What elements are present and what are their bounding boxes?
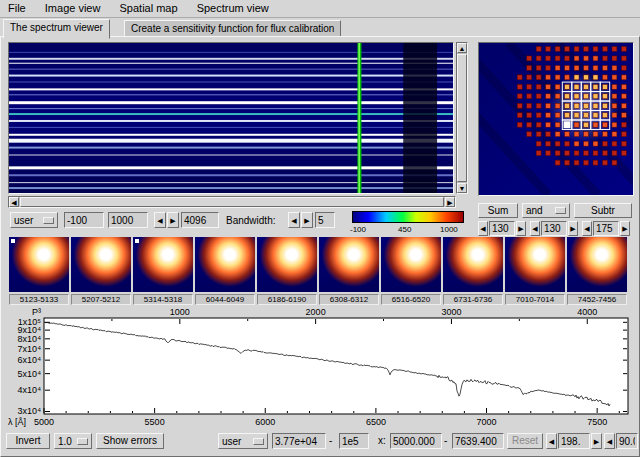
- spin1-decrement-icon[interactable]: ◀: [478, 221, 488, 236]
- y-max-input[interactable]: [339, 433, 369, 449]
- spin-b-decrement-icon[interactable]: ◀: [604, 433, 615, 449]
- spin3-decrement-icon[interactable]: ◀: [582, 221, 592, 236]
- thumbnail-image[interactable]: [257, 237, 317, 292]
- y-min-input[interactable]: [272, 433, 326, 449]
- reset-button[interactable]: Reset: [507, 433, 543, 449]
- svg-text:6x10⁴: 6x10⁴: [18, 355, 42, 365]
- svg-text:1000: 1000: [170, 307, 190, 317]
- bandwidth-increment-icon[interactable]: ▶: [301, 212, 313, 228]
- svg-text:8x10⁴: 8x10⁴: [18, 334, 42, 344]
- thumbnail-image[interactable]: [443, 237, 503, 292]
- thumbnail-image[interactable]: [381, 237, 441, 292]
- sum-button[interactable]: Sum: [478, 203, 518, 218]
- spin1-input[interactable]: [489, 221, 515, 236]
- position-increment-icon[interactable]: ▶: [167, 212, 179, 228]
- x-range-label: x:: [378, 435, 386, 446]
- invert-button[interactable]: Invert: [6, 433, 50, 449]
- colorbar-min-label: -100: [350, 225, 366, 234]
- colorbar-max-label: 1000: [440, 225, 458, 234]
- scroll-up-icon[interactable]: ▲: [457, 43, 467, 53]
- svg-text:3x10⁴: 3x10⁴: [18, 406, 42, 416]
- bandwidth-input[interactable]: [315, 212, 335, 228]
- thumbnail-image[interactable]: [567, 237, 627, 292]
- svg-text:7500: 7500: [587, 417, 607, 427]
- spin-a-decrement-icon[interactable]: ◀: [546, 433, 557, 449]
- scale-mode-dropdown[interactable]: user: [10, 212, 58, 228]
- spectrum-2d-image[interactable]: [8, 42, 454, 194]
- x-min-input[interactable]: [390, 433, 442, 449]
- spin-a-input[interactable]: [558, 433, 590, 449]
- thumbnail-range-label[interactable]: 7010-7014: [505, 294, 565, 305]
- y-range-mode-dropdown[interactable]: user: [218, 433, 268, 449]
- horizontal-scrollbar-thumb[interactable]: [20, 197, 444, 207]
- app-window: File Image view Spatial map Spectrum vie…: [0, 0, 640, 457]
- x-max-input[interactable]: [452, 433, 504, 449]
- scale-min-input[interactable]: [64, 212, 104, 228]
- thumbnail-image[interactable]: [133, 237, 193, 292]
- svg-text:4x10⁴: 4x10⁴: [18, 385, 42, 395]
- y-range-separator: -: [329, 435, 332, 446]
- svg-text:6500: 6500: [366, 417, 386, 427]
- spatial-map-svg: [479, 43, 633, 195]
- thumbnail-range-label[interactable]: 6516-6520: [381, 294, 441, 305]
- thumbnail-image[interactable]: [9, 237, 69, 292]
- spin2-input[interactable]: [541, 221, 567, 236]
- show-errors-button[interactable]: Show errors: [96, 433, 164, 449]
- thumbnail-range-label[interactable]: 6308-6312: [319, 294, 379, 305]
- menu-image-view[interactable]: Image view: [37, 0, 109, 16]
- menu-file[interactable]: File: [0, 0, 34, 16]
- svg-text:2000: 2000: [306, 307, 326, 317]
- vertical-scrollbar-thumb[interactable]: [457, 54, 467, 182]
- thumbnail-image[interactable]: [319, 237, 379, 292]
- thumbnail-image[interactable]: [71, 237, 131, 292]
- thumbnail-range-label[interactable]: 5123-5133: [9, 294, 69, 305]
- thumbnail-range-label[interactable]: 6731-6736: [443, 294, 503, 305]
- spin3-input[interactable]: [593, 221, 619, 236]
- optionmenu-indicator-icon: [43, 217, 54, 224]
- spin2-decrement-icon[interactable]: ◀: [530, 221, 540, 236]
- bandwidth-decrement-icon[interactable]: ◀: [288, 212, 300, 228]
- position-decrement-icon[interactable]: ◀: [154, 212, 166, 228]
- tab-spectrum-viewer[interactable]: The spectrum viewer: [3, 19, 110, 39]
- vertical-scrollbar[interactable]: ▲ ▼: [456, 42, 468, 194]
- thumbnail-image[interactable]: [195, 237, 255, 292]
- position-input[interactable]: [181, 212, 219, 228]
- scale-max-input[interactable]: [108, 212, 148, 228]
- thumbnail-marker: [135, 239, 139, 243]
- thumbnail-range-label[interactable]: 6186-6190: [257, 294, 317, 305]
- spin1-increment-icon[interactable]: ▶: [516, 221, 526, 236]
- bandwidth-label: Bandwidth:: [226, 215, 275, 226]
- svg-text:λ [Å]: λ [Å]: [8, 417, 26, 427]
- thumbnail-range-label[interactable]: 7452-7456: [567, 294, 627, 305]
- menu-spatial-map[interactable]: Spatial map: [112, 0, 186, 16]
- spectrum-plot-canvas[interactable]: 1x10⁵9x10⁴8x10⁴7x10⁴6x10⁴5x10⁴4x10⁴3x10⁴…: [6, 306, 634, 428]
- x-range-separator: -: [444, 435, 447, 446]
- scroll-left-icon[interactable]: ◀: [9, 197, 19, 207]
- horizontal-scrollbar[interactable]: ◀ ▶: [8, 196, 456, 208]
- scroll-right-icon[interactable]: ▶: [445, 197, 455, 207]
- y-range-mode-value: user: [222, 436, 241, 447]
- colorbar: [352, 211, 464, 223]
- thumbnail-image[interactable]: [505, 237, 565, 292]
- spatial-map-image[interactable]: [478, 42, 634, 196]
- svg-text:7000: 7000: [477, 417, 497, 427]
- optionmenu-indicator-icon: [77, 438, 88, 445]
- scale-mode-value: user: [14, 215, 33, 226]
- thumbnail-range-label[interactable]: 5207-5212: [71, 294, 131, 305]
- spin2-increment-icon[interactable]: ▶: [568, 221, 578, 236]
- svg-text:5x10⁴: 5x10⁴: [18, 369, 42, 379]
- scale-factor-dropdown[interactable]: 1.0: [54, 433, 92, 449]
- spin-a-increment-icon[interactable]: ▶: [591, 433, 602, 449]
- spin-b-input[interactable]: [616, 433, 638, 449]
- menu-spectrum-view[interactable]: Spectrum view: [189, 0, 277, 16]
- thumbnail-range-label[interactable]: 6044-6049: [195, 294, 255, 305]
- svg-text:7x10⁴: 7x10⁴: [18, 344, 42, 354]
- scroll-down-icon[interactable]: ▼: [457, 183, 467, 193]
- svg-text:3000: 3000: [441, 307, 461, 317]
- svg-text:5500: 5500: [145, 417, 165, 427]
- thumbnail-range-label[interactable]: 5314-5318: [133, 294, 193, 305]
- thumbnail-marker: [11, 239, 15, 243]
- spin3-increment-icon[interactable]: ▶: [620, 221, 630, 236]
- combine-mode-dropdown[interactable]: and: [522, 203, 570, 218]
- subtract-button[interactable]: Subtr: [574, 203, 632, 218]
